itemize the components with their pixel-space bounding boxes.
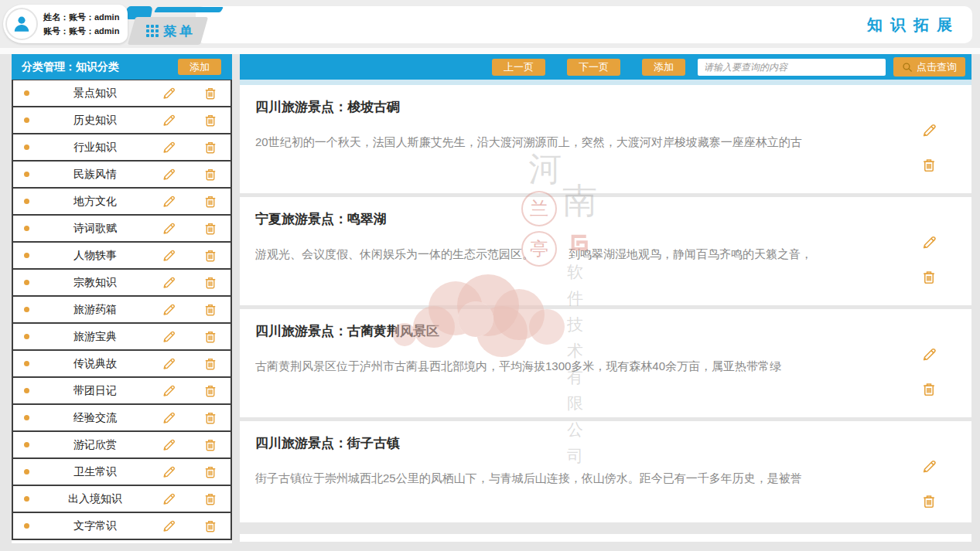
delete-icon[interactable] [203, 383, 218, 399]
delete-icon[interactable] [203, 302, 218, 318]
category-label: 地方文化 [29, 195, 161, 209]
title-bar: 知识拓展 [196, 6, 972, 43]
category-row[interactable]: 地方文化 [13, 189, 230, 216]
category-row[interactable]: 文字常识 [13, 513, 230, 540]
delete-icon[interactable] [203, 167, 218, 182]
category-row[interactable]: 带团日记 [13, 378, 230, 405]
edit-icon[interactable] [161, 167, 176, 182]
edit-icon[interactable] [920, 234, 937, 251]
edit-icon[interactable] [161, 140, 176, 155]
category-row[interactable]: 人物轶事 [13, 243, 230, 270]
prev-page-button[interactable]: 上一页 [492, 59, 545, 76]
edit-icon[interactable] [161, 113, 176, 128]
user-avatar-icon [5, 8, 38, 40]
category-row[interactable]: 民族风情 [13, 162, 230, 189]
delete-icon[interactable] [203, 437, 218, 453]
edit-icon[interactable] [161, 275, 176, 291]
edit-icon[interactable] [161, 302, 176, 318]
delete-icon[interactable] [203, 194, 218, 209]
edit-icon[interactable] [161, 464, 176, 480]
category-row[interactable]: 卫生常识 [13, 459, 230, 486]
article-title: 宁夏旅游景点：鸣翠湖 [255, 211, 910, 228]
category-label: 历史知识 [29, 114, 161, 128]
grid-menu-icon [146, 25, 159, 37]
delete-icon[interactable] [203, 275, 218, 291]
add-category-button[interactable]: 添加 [178, 59, 221, 75]
bullet-icon [24, 307, 29, 312]
article-title: 四川旅游景点：古蔺黄荆风景区 [255, 323, 910, 340]
app-window: 知识拓展 姓名：账号：admin 账号：账号：admin 菜单 分类管理：知识分… [0, 0, 980, 551]
search-button[interactable]: 点击查询 [893, 57, 965, 77]
category-row[interactable]: 出入境知识 [13, 486, 230, 513]
category-label: 景点知识 [29, 87, 161, 100]
edit-icon[interactable] [161, 437, 176, 453]
article-card: 宁夏旅游景点：鸣翠湖 游观光、会议度假、休闲娱乐为一体的生态示范园区。 到鸣翠湖… [240, 197, 971, 305]
category-row[interactable]: 诗词歌赋 [13, 216, 230, 243]
category-row[interactable]: 经验交流 [13, 405, 230, 432]
article-excerpt: 古蔺黄荆风景区位于泸州市古蔺县西北部境内，平均海拔1300多米，现有森林40余万… [255, 359, 910, 374]
category-label: 旅游药箱 [29, 303, 161, 317]
article-excerpt: 游观光、会议度假、休闲娱乐为一体的生态示范园区。 到鸣翠湖湿地观鸟，静闻百鸟齐鸣… [255, 247, 910, 262]
delete-icon[interactable] [920, 157, 937, 174]
bullet-icon [24, 226, 29, 231]
category-row[interactable]: 宗教知识 [13, 270, 230, 297]
category-row[interactable]: 景点知识 [13, 80, 230, 107]
category-label: 出入境知识 [29, 492, 161, 506]
user-name-line: 姓名：账号：admin [43, 12, 119, 22]
delete-icon[interactable] [203, 140, 218, 155]
add-article-button[interactable]: 添加 [642, 59, 685, 76]
bullet-icon [24, 253, 29, 258]
category-label: 带团日记 [29, 384, 161, 398]
user-chip: 姓名：账号：admin 账号：账号：admin [3, 5, 128, 43]
edit-icon[interactable] [920, 122, 937, 139]
edit-icon[interactable] [161, 519, 176, 534]
edit-icon[interactable] [161, 383, 176, 399]
next-page-button[interactable]: 下一页 [567, 59, 620, 76]
delete-icon[interactable] [203, 356, 218, 372]
edit-icon[interactable] [161, 329, 176, 345]
edit-icon[interactable] [161, 194, 176, 209]
edit-icon[interactable] [161, 86, 176, 101]
delete-icon[interactable] [203, 519, 218, 534]
category-row[interactable]: 旅游宝典 [13, 324, 230, 351]
category-row[interactable]: 传说典故 [13, 351, 230, 378]
delete-icon[interactable] [203, 491, 218, 507]
category-row[interactable]: 历史知识 [13, 107, 230, 134]
bullet-icon [24, 117, 29, 123]
article-title: 四川旅游景点：街子古镇 [255, 435, 910, 452]
delete-icon[interactable] [203, 86, 218, 101]
edit-icon[interactable] [161, 410, 176, 426]
delete-icon[interactable] [920, 493, 937, 510]
edit-icon[interactable] [161, 491, 176, 507]
edit-icon[interactable] [161, 221, 176, 236]
category-row[interactable]: 游记欣赏 [13, 432, 230, 459]
edit-icon[interactable] [920, 458, 937, 475]
edit-icon[interactable] [161, 356, 176, 372]
bullet-icon [24, 496, 29, 502]
user-account-line: 账号：账号：admin [43, 26, 119, 36]
article-card: 四川旅游景点：梭坡古碉 20世纪初的一个秋天，法国人斯廉艾先生，沿大渡河溯源而上… [240, 85, 971, 193]
folder-bar-decoration [154, 7, 224, 12]
menu-button[interactable]: 菜单 [128, 17, 208, 45]
category-row[interactable]: 旅游药箱 [13, 297, 230, 324]
delete-icon[interactable] [203, 464, 218, 480]
bullet-icon [24, 523, 29, 529]
article-card: 四川旅游景点：街子古镇 街子古镇位于崇州城西北25公里的凤栖山下，与青城后山连接… [240, 421, 971, 522]
edit-icon[interactable] [920, 346, 937, 363]
delete-icon[interactable] [203, 248, 218, 264]
bullet-icon [24, 388, 29, 393]
delete-icon[interactable] [203, 329, 218, 345]
bullet-icon [24, 199, 29, 204]
delete-icon[interactable] [203, 221, 218, 236]
delete-icon[interactable] [203, 410, 218, 426]
category-row[interactable]: 行业知识 [13, 134, 230, 162]
category-label: 文字常识 [29, 519, 161, 533]
search-input[interactable] [698, 59, 886, 76]
delete-icon[interactable] [920, 269, 937, 286]
delete-icon[interactable] [203, 113, 218, 128]
category-label: 卫生常识 [29, 465, 161, 479]
category-label: 游记欣赏 [29, 438, 161, 452]
page-title: 知识拓展 [867, 15, 960, 36]
delete-icon[interactable] [920, 381, 937, 398]
edit-icon[interactable] [161, 248, 176, 264]
